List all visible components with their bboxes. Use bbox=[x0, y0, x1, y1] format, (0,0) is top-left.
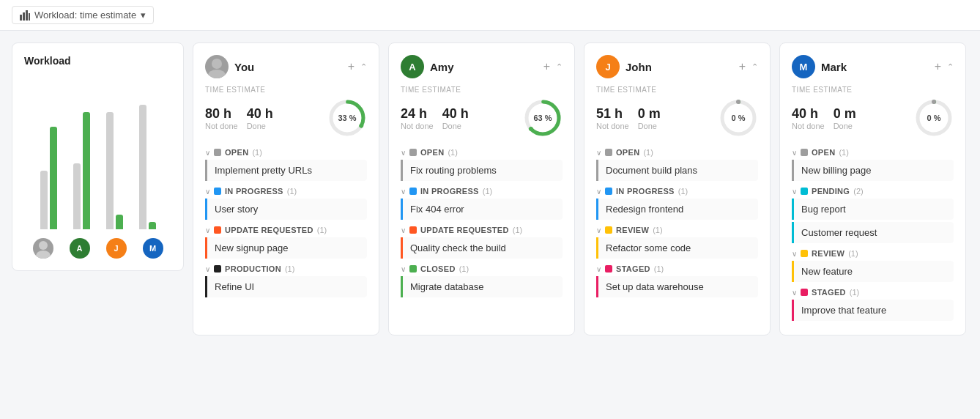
task-item[interactable]: Document build plans bbox=[596, 160, 758, 181]
svg-rect-2 bbox=[26, 10, 28, 21]
section-header[interactable]: ∨ IN PROGRESS (1) bbox=[401, 187, 563, 196]
bar-john-green bbox=[116, 215, 123, 229]
section-header[interactable]: ∨ REVIEW (1) bbox=[596, 226, 758, 234]
task-item[interactable]: Migrate database bbox=[401, 276, 563, 297]
collapse-icon[interactable]: ⌃ bbox=[556, 62, 563, 72]
section-count: (1) bbox=[252, 148, 261, 157]
bar-mark-gray bbox=[139, 105, 146, 229]
person-name: Mark bbox=[821, 61, 847, 73]
stats-row: 24 h Not done 40 h Done 63 % bbox=[401, 98, 563, 138]
section-header[interactable]: ∨ IN PROGRESS (1) bbox=[596, 187, 758, 196]
task-item[interactable]: New signup page bbox=[205, 237, 367, 259]
section-chevron: ∨ bbox=[596, 226, 601, 234]
section-color-dot bbox=[605, 265, 612, 272]
main-content: Workload bbox=[0, 31, 980, 347]
section-title: IN PROGRESS bbox=[420, 187, 479, 196]
section-title: OPEN bbox=[225, 148, 248, 157]
avatar: J bbox=[596, 55, 620, 78]
section-color-dot bbox=[409, 149, 417, 156]
avatar-amy: A bbox=[70, 238, 90, 259]
person-name: Amy bbox=[430, 61, 454, 73]
stat-done: 0 m Done bbox=[638, 106, 661, 130]
section-chevron: ∨ bbox=[205, 265, 210, 273]
task-item[interactable]: Refactor some code bbox=[596, 237, 758, 259]
section-header[interactable]: ∨ CLOSED (1) bbox=[401, 264, 563, 273]
svg-point-7 bbox=[208, 70, 226, 78]
section-count: (1) bbox=[850, 288, 859, 297]
section-chevron: ∨ bbox=[596, 265, 601, 273]
svg-point-5 bbox=[36, 251, 51, 259]
section-header[interactable]: ∨ OPEN (1) bbox=[792, 148, 954, 157]
collapse-icon[interactable]: ⌃ bbox=[751, 62, 758, 72]
section-count: (1) bbox=[483, 187, 492, 196]
section-chevron: ∨ bbox=[596, 188, 601, 196]
persons-container: You + ⌃ TIME ESTIMATE 80 h Not done 40 h… bbox=[193, 42, 966, 335]
task-item[interactable]: Improve that feature bbox=[792, 300, 954, 321]
stat-done-value: 40 h bbox=[442, 106, 469, 122]
add-icon[interactable]: + bbox=[739, 61, 746, 73]
header-actions: + ⌃ bbox=[739, 61, 758, 73]
bar-group-you bbox=[40, 83, 57, 229]
section-count: (1) bbox=[654, 264, 664, 273]
task-item[interactable]: Redesign frontend bbox=[596, 199, 758, 220]
task-item[interactable]: Bug report bbox=[792, 199, 954, 220]
add-icon[interactable]: + bbox=[935, 61, 941, 73]
task-item[interactable]: Fix 404 error bbox=[401, 199, 563, 220]
task-item[interactable]: Fix routing problems bbox=[401, 160, 563, 181]
stats-row: 51 h Not done 0 m Done 0 % bbox=[596, 98, 758, 138]
section-header[interactable]: ∨ STAGED (1) bbox=[792, 288, 954, 297]
header-actions: + ⌃ bbox=[935, 61, 954, 73]
person-header: You + ⌃ bbox=[205, 55, 367, 78]
section-count: (1) bbox=[285, 264, 294, 273]
sidebar-chart: Workload bbox=[12, 42, 184, 271]
person-info: M Mark bbox=[792, 55, 847, 78]
section-header[interactable]: ∨ PENDING (2) bbox=[792, 187, 954, 196]
task-item[interactable]: Implement pretty URLs bbox=[205, 160, 367, 181]
section-color-dot bbox=[801, 149, 808, 156]
section-header[interactable]: ∨ UPDATE REQUESTED (1) bbox=[401, 226, 563, 234]
avatar-mark: M bbox=[143, 238, 163, 259]
stat-done: 40 h Done bbox=[442, 106, 469, 130]
stat-not-done-label: Not done bbox=[401, 122, 434, 130]
collapse-icon[interactable]: ⌃ bbox=[947, 62, 954, 72]
stat-not-done-label: Not done bbox=[205, 122, 238, 130]
section-chevron: ∨ bbox=[792, 250, 797, 258]
section-header[interactable]: ∨ STAGED (1) bbox=[596, 264, 758, 273]
section-color-dot bbox=[409, 226, 417, 234]
time-estimate-label: TIME ESTIMATE bbox=[792, 86, 954, 94]
stat-done: 0 m Done bbox=[834, 106, 856, 130]
add-icon[interactable]: + bbox=[348, 61, 354, 73]
person-col-you: You + ⌃ TIME ESTIMATE 80 h Not done 40 h… bbox=[193, 42, 379, 335]
add-icon[interactable]: + bbox=[543, 61, 550, 73]
donut-container: 63 % bbox=[523, 98, 563, 138]
svg-point-4 bbox=[39, 241, 48, 250]
section-header[interactable]: ∨ IN PROGRESS (1) bbox=[205, 187, 367, 196]
section-header[interactable]: ∨ PRODUCTION (1) bbox=[205, 264, 367, 273]
section-chevron: ∨ bbox=[792, 188, 797, 196]
task-item[interactable]: New feature bbox=[792, 261, 954, 282]
stat-done: 40 h Done bbox=[247, 106, 273, 130]
stat-not-done: 51 h Not done bbox=[596, 106, 629, 130]
collapse-icon[interactable]: ⌃ bbox=[360, 62, 367, 72]
stat-done-value: 0 m bbox=[834, 106, 856, 122]
person-name: John bbox=[626, 61, 652, 73]
person-info: A Amy bbox=[401, 55, 454, 78]
section-color-dot bbox=[801, 289, 808, 296]
task-item[interactable]: Set up data warehouse bbox=[596, 276, 758, 297]
task-item[interactable]: Customer request bbox=[792, 222, 954, 243]
section-chevron: ∨ bbox=[792, 149, 797, 157]
workload-btn[interactable]: Workload: time estimate ▾ bbox=[12, 6, 154, 24]
section-header[interactable]: ∨ REVIEW (1) bbox=[792, 249, 954, 258]
stat-not-done-label: Not done bbox=[596, 122, 629, 130]
task-item[interactable]: Refine UI bbox=[205, 276, 367, 297]
stat-not-done-value: 80 h bbox=[205, 106, 238, 122]
task-item[interactable]: Quality check the build bbox=[401, 237, 563, 259]
section-header[interactable]: ∨ UPDATE REQUESTED (1) bbox=[205, 226, 367, 234]
donut-container: 0 % bbox=[914, 98, 954, 138]
header-actions: + ⌃ bbox=[348, 61, 367, 73]
task-item[interactable]: New billing page bbox=[792, 160, 954, 181]
section-header[interactable]: ∨ OPEN (1) bbox=[596, 148, 758, 157]
section-header[interactable]: ∨ OPEN (1) bbox=[205, 148, 367, 157]
section-header[interactable]: ∨ OPEN (1) bbox=[401, 148, 563, 157]
task-item[interactable]: User story bbox=[205, 199, 367, 220]
